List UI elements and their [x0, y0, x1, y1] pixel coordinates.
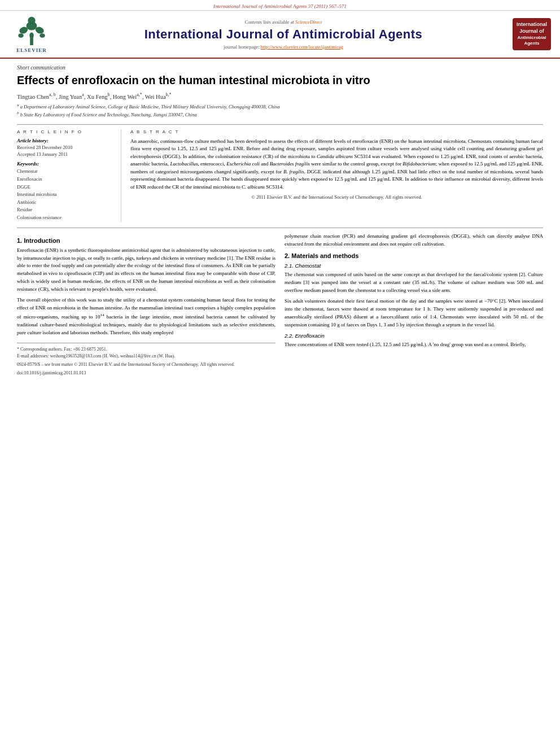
article-info-column: A R T I C L E I N F O Article history: R…: [17, 129, 121, 222]
main-header: ELSEVIER Contents lists available at Sci…: [0, 11, 560, 59]
homepage-url[interactable]: http://www.elsevier.com/locate/ijantimic…: [261, 44, 343, 50]
contents-line: Contents lists available at ScienceDirec…: [60, 19, 507, 25]
paper-body: 1. Introduction Enrofloxacin (ENR) is a …: [17, 228, 543, 377]
keyword-4: Intestinal microbiota: [17, 191, 57, 197]
chemostat-subheading: 2.1. Chemostat: [285, 263, 543, 269]
info-abstract-section: A R T I C L E I N F O Article history: R…: [17, 124, 543, 222]
journal-homepage: journal homepage: http://www.elsevier.co…: [60, 44, 507, 50]
elsevier-tree-icon: [15, 15, 49, 46]
keyword-1: Chemostat: [17, 168, 37, 174]
journal-badge: International Journal of Antimicrobial A…: [513, 18, 551, 50]
sciencedirect-link[interactable]: ScienceDirect: [295, 19, 322, 25]
intro-heading: 1. Introduction: [17, 237, 275, 244]
keywords-list: Chemostat Enrofloxacin DGGE Intestinal m…: [17, 168, 115, 221]
issn-line: 0924-8579/$ – see front matter © 2011 El…: [17, 361, 275, 368]
article-title: Effects of enrofloxacin on the human int…: [17, 73, 543, 88]
badge-title-line2: Antimicrobial: [517, 35, 546, 40]
abstract-text: An anaerobic, continuous-flow culture me…: [130, 138, 543, 191]
elsevier-logo: ELSEVIER: [9, 15, 54, 53]
received-date: Received 28 December 2010 Accepted 13 Ja…: [17, 145, 115, 158]
body-left-column: 1. Introduction Enrofloxacin (ENR) is a …: [17, 233, 275, 377]
journal-title-block: Contents lists available at ScienceDirec…: [54, 19, 513, 50]
history-title: Article history:: [17, 138, 115, 143]
intro-para-2: The overall objective of this work was t…: [17, 296, 275, 337]
chemostat-para-2: Six adult volunteers donated their first…: [285, 298, 543, 329]
article-type: Short communication: [17, 64, 543, 71]
star-note: * Corresponding authors. Fax: +86 23 687…: [17, 346, 275, 353]
journal-title: International Journal of Antimicrobial A…: [60, 27, 507, 42]
authors-line: Tingtao Chena, b, Jing Yuana, Xu Fengb, …: [17, 92, 543, 100]
intro-para-1: Enrofloxacin (ENR) is a synthetic fluoro…: [17, 247, 275, 294]
badge-title-line3: Agents: [524, 41, 539, 46]
email-note: E-mail addresses: weihong1963528@163.com…: [17, 353, 275, 360]
doi-line: doi:10.1016/j.ijantimicag.2011.01.013: [17, 370, 275, 377]
intro-cont-para: polymerase chain reaction (PCR) and dena…: [285, 233, 543, 248]
footer-notes: * Corresponding authors. Fax: +86 23 687…: [17, 343, 275, 377]
keyword-6: Residue: [17, 207, 32, 212]
abstract-label: A B S T R A C T: [130, 129, 543, 134]
keywords-title: Keywords:: [17, 161, 115, 167]
materials-heading: 2. Materials and methods: [285, 252, 543, 259]
article-info-label: A R T I C L E I N F O: [17, 129, 115, 134]
body-right-column: polymerase chain reaction (PCR) and dena…: [285, 233, 543, 377]
svg-point-1: [29, 32, 34, 38]
copyright-line: © 2011 Elsevier B.V. and the Internation…: [130, 194, 543, 200]
affiliations: a a Department of Laboratory Animal Scie…: [17, 102, 543, 119]
abstract-column: A B S T R A C T An anaerobic, continuous…: [130, 129, 543, 222]
article-content: Short communication Effects of enrofloxa…: [0, 59, 560, 382]
keyword-3: DGGE: [17, 184, 30, 190]
svg-point-7: [40, 33, 45, 38]
enrofloxacin-para: Three concentrations of ENR were tested …: [285, 341, 543, 349]
keyword-5: Antibiotic: [17, 199, 36, 205]
svg-point-5: [28, 17, 35, 24]
chemostat-para-1: The chemostat was composed of units base…: [285, 271, 543, 295]
journal-citation-bar: International Journal of Antimicrobial A…: [0, 0, 560, 11]
page-wrapper: International Journal of Antimicrobial A…: [0, 0, 560, 382]
elsevier-wordmark: ELSEVIER: [16, 47, 47, 53]
badge-title-line1: International Journal of: [515, 21, 549, 34]
svg-point-6: [18, 33, 23, 38]
svg-rect-0: [30, 38, 33, 45]
enrofloxacin-subheading: 2.2. Enrofloxacin: [285, 333, 543, 339]
keyword-7: Colonisation resistance: [17, 215, 62, 220]
keyword-2: Enrofloxacin: [17, 176, 42, 182]
journal-citation-text: International Journal of Antimicrobial A…: [213, 3, 347, 9]
